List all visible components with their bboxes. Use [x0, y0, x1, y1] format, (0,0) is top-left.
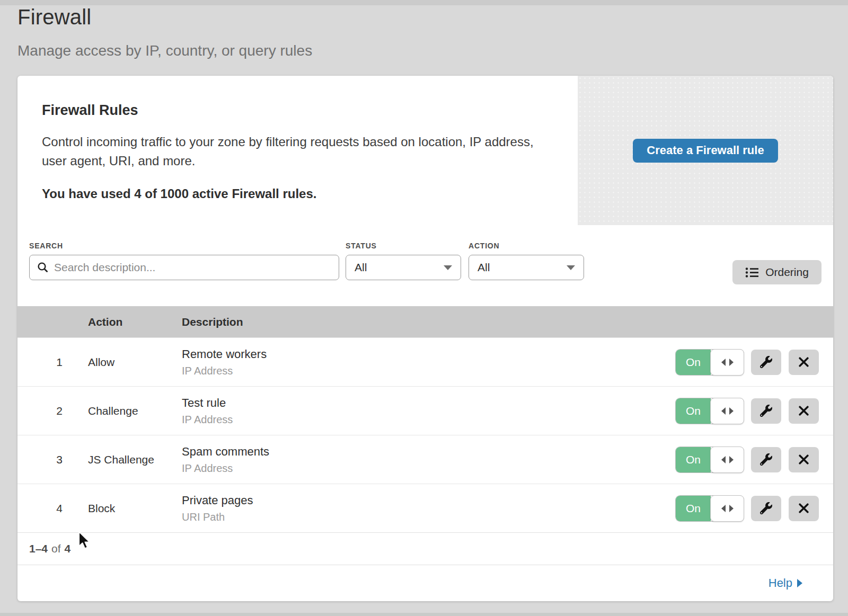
create-firewall-rule-button[interactable]: Create a Firewall rule — [633, 139, 778, 163]
description-column-header: Description — [182, 316, 833, 328]
pagination-range: 1–4 — [29, 542, 48, 555]
rule-priority: 2 — [17, 405, 88, 417]
table-row: 2 Challenge Test rule IP Address On — [17, 386, 833, 435]
arrow-left-icon — [721, 407, 726, 415]
usage-summary: You have used 4 of 1000 active Firewall … — [42, 186, 556, 201]
status-select[interactable]: All — [346, 255, 461, 280]
action-label: ACTION — [469, 242, 499, 250]
search-icon — [37, 262, 49, 273]
search-box[interactable] — [29, 255, 339, 280]
edit-rule-button[interactable] — [751, 496, 781, 521]
action-select[interactable]: All — [469, 255, 584, 280]
search-input[interactable] — [54, 261, 331, 274]
wrench-icon — [760, 502, 772, 514]
rule-enabled-toggle[interactable]: On — [676, 447, 744, 472]
status-label: STATUS — [346, 242, 377, 250]
pagination-summary: 1–4 of 4 — [17, 532, 833, 565]
card-description: Control incoming traffic to your zone by… — [42, 132, 556, 171]
rule-priority: 4 — [17, 502, 88, 515]
action-column-header: Action — [88, 316, 182, 328]
table-row: 1 Allow Remote workers IP Address On — [17, 337, 833, 386]
page-title: Firewall — [17, 5, 91, 29]
rule-action: Challenge — [88, 405, 182, 417]
chevron-down-icon — [567, 265, 575, 270]
card-heading: Firewall Rules — [42, 102, 556, 119]
toggle-knob[interactable] — [710, 349, 744, 376]
toggle-state-label: On — [676, 496, 711, 521]
arrow-right-icon — [729, 505, 734, 512]
page-subtitle: Manage access by IP, country, or query r… — [17, 42, 312, 59]
rule-priority: 3 — [17, 453, 88, 466]
firewall-rules-card: Firewall Rules Control incoming traffic … — [17, 76, 833, 601]
chevron-down-icon — [444, 265, 452, 270]
close-icon — [798, 454, 809, 465]
rule-controls: On — [676, 447, 819, 472]
toggle-state-label: On — [676, 447, 711, 472]
edit-rule-button[interactable] — [751, 398, 781, 424]
arrow-right-icon — [729, 407, 734, 415]
page-top-edge — [0, 0, 848, 5]
help-bar: Help — [17, 565, 833, 601]
table-row: 4 Block Private pages URI Path On — [17, 484, 833, 532]
close-icon — [798, 503, 809, 514]
search-label: SEARCH — [29, 242, 63, 250]
rule-action: JS Challenge — [88, 453, 182, 466]
rule-controls: On — [676, 398, 819, 424]
card-intro: Firewall Rules Control incoming traffic … — [17, 76, 578, 225]
table-row: 3 JS Challenge Spam comments IP Address … — [17, 435, 833, 484]
wrench-icon — [760, 405, 772, 417]
arrow-left-icon — [721, 505, 726, 512]
rule-priority: 1 — [17, 356, 88, 369]
help-link[interactable]: Help — [768, 576, 792, 590]
rule-enabled-toggle[interactable]: On — [676, 350, 744, 375]
close-icon — [798, 356, 809, 368]
page-bottom-edge — [0, 613, 848, 616]
delete-rule-button[interactable] — [789, 447, 819, 472]
table-header: Action Description — [17, 306, 833, 337]
delete-rule-button[interactable] — [789, 350, 819, 375]
arrow-left-icon — [721, 359, 726, 366]
arrow-right-icon — [729, 456, 734, 463]
pagination-of-text: of — [51, 542, 61, 555]
ordering-button[interactable]: Ordering — [732, 260, 822, 284]
toggle-knob[interactable] — [710, 398, 744, 424]
status-selected-value: All — [355, 261, 367, 274]
edit-rule-button[interactable] — [751, 350, 781, 375]
close-icon — [798, 405, 809, 416]
rule-controls: On — [676, 350, 819, 375]
filters-bar: SEARCH STATUS All ACTION All — [17, 225, 833, 306]
toggle-state-label: On — [676, 350, 711, 375]
rule-enabled-toggle[interactable]: On — [676, 398, 744, 424]
pagination-total: 4 — [65, 542, 71, 555]
arrow-left-icon — [721, 456, 726, 463]
wrench-icon — [760, 356, 772, 368]
toggle-knob[interactable] — [710, 447, 744, 473]
rule-action: Block — [88, 502, 182, 515]
help-arrow-icon — [797, 579, 802, 587]
rule-enabled-toggle[interactable]: On — [676, 496, 744, 521]
rule-action: Allow — [88, 356, 182, 369]
create-rule-panel: Create a Firewall rule — [578, 76, 833, 225]
wrench-icon — [760, 453, 772, 466]
action-selected-value: All — [478, 261, 490, 274]
toggle-knob[interactable] — [710, 495, 744, 522]
rule-controls: On — [676, 496, 819, 521]
delete-rule-button[interactable] — [789, 398, 819, 424]
card-top-section: Firewall Rules Control incoming traffic … — [17, 76, 833, 225]
toggle-state-label: On — [676, 398, 711, 424]
delete-rule-button[interactable] — [789, 496, 819, 521]
list-icon — [745, 266, 759, 278]
arrow-right-icon — [729, 359, 734, 366]
edit-rule-button[interactable] — [751, 447, 781, 472]
ordering-button-label: Ordering — [765, 266, 809, 279]
